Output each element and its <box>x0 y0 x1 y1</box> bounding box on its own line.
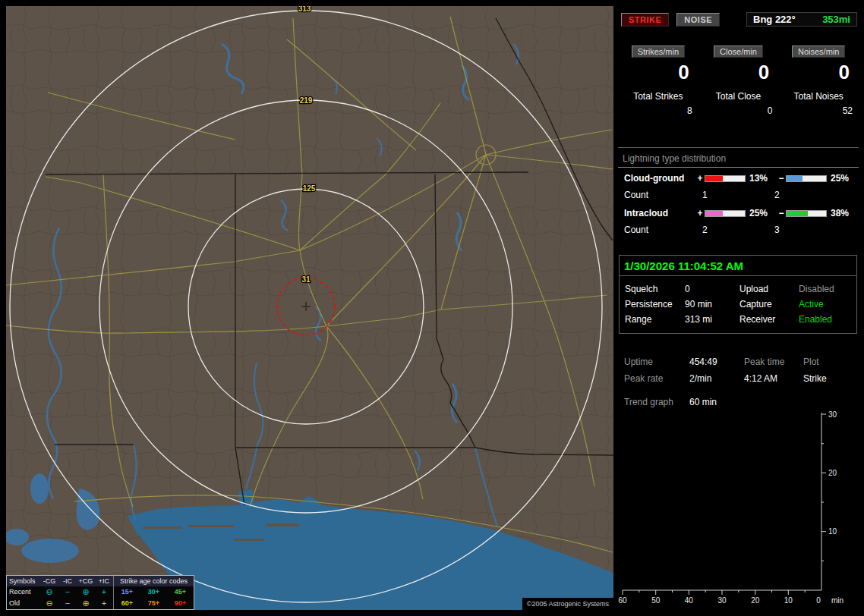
peak-time-label: Peak time <box>744 357 803 367</box>
app-window: 313 219 125 31 Symbols -CG -IC +CG +IC S… <box>0 0 864 616</box>
legend-old-label: Old <box>7 598 40 609</box>
noise-button[interactable]: NOISE <box>676 13 720 27</box>
age-45: 45+ <box>167 586 194 598</box>
chart-y-labels: 30 20 10 <box>828 411 837 536</box>
receiver-label: Receiver <box>739 314 799 325</box>
peak-time-value: 4:12 AM <box>744 373 803 384</box>
close-per-min-value: 0 <box>698 61 779 83</box>
strikes-counter: Strikes/min 0 Total Strikes 8 <box>618 46 698 116</box>
status-box: 1/30/2026 11:04:52 AM Squelch 0 Upload D… <box>619 255 857 334</box>
x-axis-unit: min <box>831 596 844 605</box>
total-strikes-value: 8 <box>618 105 698 116</box>
range-label-313: 313 <box>298 6 311 13</box>
upload-status: Disabled <box>799 284 834 294</box>
trend-graph-label: Trend graph <box>624 397 689 407</box>
legend-col-pos-cg: +CG <box>77 576 95 586</box>
capture-label: Capture <box>739 299 799 310</box>
trend-window-value: 60 min <box>689 397 744 407</box>
bearing-value: Bng 222° <box>753 14 796 25</box>
noises-per-min-chip[interactable]: Noises/min <box>792 46 845 58</box>
ic-plus-bar <box>705 210 746 217</box>
legend-col-pos-ic: +IC <box>95 576 113 586</box>
pos-cg-recent-icon: ⊕ <box>77 587 95 597</box>
total-close-label: Total Close <box>716 91 761 102</box>
settings-row-squelch: Squelch 0 Upload Disabled <box>620 281 856 297</box>
x-tick-60: 60 <box>618 596 627 605</box>
pos-cg-old-icon: ⊕ <box>77 599 95 608</box>
lightning-map[interactable]: 313 219 125 31 Symbols -CG -IC +CG +IC S… <box>6 6 613 610</box>
strike-button[interactable]: STRIKE <box>621 13 669 27</box>
divider <box>618 147 859 148</box>
neg-ic-recent-icon: − <box>58 587 77 597</box>
ic-minus-bar <box>786 210 827 217</box>
settings-rows: Squelch 0 Upload Disabled Persistence 90… <box>620 276 856 333</box>
cg-plus-count: 1 <box>702 190 774 200</box>
legend-row-recent: Recent ⊖ − ⊕ + 15+ 30+ 45+ <box>7 586 194 598</box>
cg-plus-pct: 13% <box>748 173 777 184</box>
cg-minus-count: 2 <box>774 190 780 200</box>
legend-age-title: Strike age color codes <box>113 576 194 586</box>
x-tick-40: 40 <box>685 596 694 605</box>
age-90: 90+ <box>167 598 194 609</box>
age-75: 75+ <box>140 598 167 609</box>
x-tick-20: 20 <box>751 596 760 605</box>
close-counter: Close/min 0 Total Close 0 <box>698 46 779 116</box>
strikes-per-min-chip[interactable]: Strikes/min <box>632 46 685 58</box>
pos-ic-recent-icon: + <box>95 587 113 597</box>
persistence-label: Persistence <box>620 299 685 310</box>
legend-symbols-title: Symbols <box>7 576 40 586</box>
lightning-distribution: Lightning type distribution Cloud-ground… <box>618 152 859 242</box>
age-60: 60+ <box>114 598 140 609</box>
total-noises-label: Total Noises <box>793 91 843 102</box>
cg-minus-bar <box>786 175 827 182</box>
ic-minus-count: 3 <box>774 225 780 235</box>
range-label: Range <box>620 314 685 325</box>
y-tick-20: 20 <box>828 469 837 477</box>
uptime-value: 454:49 <box>689 357 744 367</box>
trend-chart: 30 20 10 60 50 40 30 20 10 0 min <box>618 411 859 610</box>
legend-col-neg-ic: -IC <box>58 576 77 586</box>
current-timestamp: 1/30/2026 11:04:52 AM <box>620 256 856 276</box>
x-tick-30: 30 <box>717 596 727 605</box>
stats-row-1: Uptime 454:49 Peak time Plot <box>624 354 853 370</box>
plus-sign: + <box>695 208 705 218</box>
status-panel: STRIKE NOISE Bng 222° 353mi Strikes/min … <box>618 6 859 610</box>
range-label-125: 125 <box>303 184 316 193</box>
stats-row-2: Peak rate 2/min 4:12 AM Strike <box>624 370 853 387</box>
x-tick-0: 0 <box>816 596 821 605</box>
persistence-value: 90 min <box>685 299 739 310</box>
count-label: Count <box>624 225 702 235</box>
plot-value: Strike <box>803 373 827 384</box>
session-stats: Uptime 454:49 Peak time Plot Peak rate 2… <box>624 354 853 410</box>
minus-sign: − <box>777 173 786 184</box>
neg-ic-old-icon: − <box>58 599 77 608</box>
settings-row-range: Range 313 mi Receiver Enabled <box>620 312 856 327</box>
close-per-min-chip[interactable]: Close/min <box>714 46 763 58</box>
map-canvas: 313 219 125 31 <box>6 6 613 610</box>
strikes-per-min-value: 0 <box>618 61 698 83</box>
neg-cg-old-icon: ⊖ <box>40 599 58 608</box>
copyright-text: ©2005 Astrogenic Systems <box>522 598 613 610</box>
noises-per-min-value: 0 <box>778 61 859 83</box>
peak-rate-value: 2/min <box>689 373 744 384</box>
distribution-title: Lightning type distribution <box>618 152 859 168</box>
legend-header: Symbols -CG -IC +CG +IC Strike age color… <box>7 576 194 586</box>
chart-axes <box>623 413 826 595</box>
ic-minus-pct: 38% <box>829 208 858 218</box>
peak-rate-label: Peak rate <box>624 373 689 384</box>
plus-sign: + <box>695 173 705 184</box>
squelch-label: Squelch <box>620 284 685 294</box>
squelch-value: 0 <box>685 284 739 294</box>
age-15: 15+ <box>114 586 140 598</box>
legend-col-neg-cg: -CG <box>40 576 58 586</box>
range-label-31: 31 <box>301 275 311 284</box>
neg-cg-recent-icon: ⊖ <box>40 587 58 597</box>
range-value: 313 mi <box>685 314 739 325</box>
map-legend: Symbols -CG -IC +CG +IC Strike age color… <box>6 575 194 610</box>
range-label-219: 219 <box>300 96 313 105</box>
plot-label: Plot <box>803 357 819 367</box>
bearing-readout: Bng 222° 353mi <box>746 12 857 27</box>
y-tick-10: 10 <box>828 527 837 536</box>
pos-ic-old-icon: + <box>95 599 113 608</box>
chart-x-labels: 60 50 40 30 20 10 0 min <box>618 596 844 605</box>
